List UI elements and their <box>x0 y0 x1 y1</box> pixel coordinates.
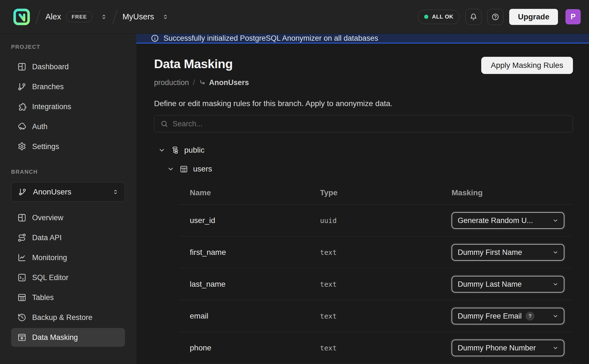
sidebar-item-dashboard[interactable]: Dashboard <box>11 57 125 76</box>
main-content: Successfully initialized PostgreSQL Anon… <box>136 34 589 364</box>
tree-node-table[interactable]: users <box>167 165 573 173</box>
column-name: last_name <box>179 280 320 289</box>
masking-select[interactable]: Generate Random U... <box>452 212 564 229</box>
chevron-down-icon <box>552 313 559 319</box>
sidebar-item-data-masking[interactable]: Data Masking <box>11 328 125 347</box>
chevron-down-icon <box>167 165 175 173</box>
sidebar-item-monitoring[interactable]: Monitoring <box>11 248 125 267</box>
org-name: Alex <box>45 12 61 21</box>
breadcrumb-parent[interactable]: production <box>154 78 189 87</box>
column-type: text <box>320 344 452 352</box>
chevron-down-icon <box>552 281 559 288</box>
chevron-down-icon <box>158 146 166 154</box>
puzzle-icon <box>17 102 27 111</box>
sidebar-item-tables[interactable]: Tables <box>11 288 125 307</box>
header-name: Name <box>179 188 320 197</box>
cloud-key-icon <box>17 122 27 131</box>
column-type: uuid <box>320 217 452 225</box>
masking-select-value: Dummy Last Name <box>458 280 522 289</box>
sidebar-item-data-api[interactable]: Data API <box>11 228 125 247</box>
chevron-updown-icon <box>162 13 169 20</box>
branch-selector-value: AnonUsers <box>33 188 71 196</box>
search-box <box>154 115 573 132</box>
masking-select-value: Dummy Phone Number <box>458 344 536 352</box>
sidebar-item-branches[interactable]: Branches <box>11 77 125 96</box>
breadcrumb-branch[interactable]: AnonUsers <box>199 78 249 87</box>
user-avatar[interactable]: P <box>565 9 581 24</box>
chevron-updown-icon <box>112 188 119 196</box>
help-icon[interactable]: ? <box>526 312 534 321</box>
topbar: Alex FREE MyUsers ALL OK Upgrade P <box>0 0 589 34</box>
project-nav: Dashboard Branches Integrations Auth Set… <box>11 57 125 156</box>
column-name: first_name <box>179 248 320 257</box>
status-label: ALL OK <box>432 14 453 20</box>
column-name: email <box>179 312 320 321</box>
sidebar-item-sql-editor[interactable]: SQL Editor <box>11 268 125 287</box>
sidebar-item-auth[interactable]: Auth <box>11 117 125 136</box>
chart-line-icon <box>17 253 27 262</box>
sidebar-item-integrations[interactable]: Integrations <box>11 97 125 116</box>
info-icon <box>151 34 159 42</box>
status-ok-dot <box>424 15 428 19</box>
notifications-button[interactable] <box>465 9 482 25</box>
columns-table: Name Type Masking user_id uuid Generate … <box>179 181 572 364</box>
mask-window-icon <box>17 333 27 342</box>
tree-node-schema[interactable]: public <box>158 146 573 155</box>
masking-select[interactable]: Dummy First Name <box>452 244 564 261</box>
column-type: text <box>320 312 452 320</box>
masking-select-value: Dummy Free Email <box>458 312 522 321</box>
breadcrumb-slash <box>35 9 40 24</box>
table-row: first_name text Dummy First Name <box>179 237 572 268</box>
masking-select[interactable]: Dummy Phone Number <box>452 340 564 356</box>
column-type: text <box>320 280 452 288</box>
search-icon <box>160 120 168 128</box>
sidebar-item-settings[interactable]: Settings <box>11 137 125 156</box>
sidebar-item-overview[interactable]: Overview <box>11 208 125 227</box>
table-row: user_id uuid Generate Random U... <box>179 205 572 237</box>
table-rows: user_id uuid Generate Random U... first_… <box>179 205 572 364</box>
success-banner: Successfully initialized PostgreSQL Anon… <box>136 34 589 43</box>
column-name: user_id <box>179 216 320 225</box>
chevron-updown-icon <box>100 13 107 20</box>
plan-badge: FREE <box>66 11 92 22</box>
table-icon <box>17 293 27 302</box>
upgrade-button[interactable]: Upgrade <box>509 9 558 25</box>
bell-icon <box>470 13 477 21</box>
overview-icon <box>17 213 27 222</box>
page-description: Define or edit masking rules for this br… <box>154 99 573 108</box>
banner-message: Successfully initialized PostgreSQL Anon… <box>163 34 378 43</box>
breadcrumb-separator: / <box>193 78 195 87</box>
table-row: email text Dummy Free Email ? <box>179 300 572 332</box>
project-switcher[interactable]: MyUsers <box>122 12 169 21</box>
masking-select-value: Generate Random U... <box>458 216 533 225</box>
table-row: phone text Dummy Phone Number <box>179 332 572 364</box>
column-name: phone <box>179 344 320 352</box>
search-input[interactable] <box>173 120 567 128</box>
branch-icon <box>17 82 27 91</box>
help-button[interactable] <box>487 9 503 25</box>
chevron-down-icon <box>552 249 559 256</box>
table-header-row: Name Type Masking <box>179 181 572 205</box>
header-masking: Masking <box>452 188 572 197</box>
section-label-branch: BRANCH <box>11 169 125 175</box>
masking-select[interactable]: Dummy Last Name <box>452 276 564 293</box>
apply-masking-rules-button[interactable]: Apply Masking Rules <box>481 57 573 74</box>
masking-select[interactable]: Dummy Free Email ? <box>452 308 564 324</box>
column-type: text <box>320 248 452 257</box>
org-switcher[interactable]: Alex FREE <box>45 11 107 22</box>
chevron-down-icon <box>552 217 559 224</box>
sidebar: PROJECT Dashboard Branches Integrations … <box>0 34 136 364</box>
masking-select-value: Dummy First Name <box>458 248 522 257</box>
neon-logo-icon[interactable] <box>13 8 30 26</box>
section-label-project: PROJECT <box>11 44 125 50</box>
sidebar-item-backup-restore[interactable]: Backup & Restore <box>11 308 125 327</box>
route-icon <box>17 233 27 242</box>
project-name: MyUsers <box>122 12 154 21</box>
table-name: users <box>193 165 212 173</box>
gear-icon <box>17 142 27 151</box>
status-badge[interactable]: ALL OK <box>418 10 460 24</box>
branch-selector[interactable]: AnonUsers <box>11 182 125 202</box>
breadcrumb: production / AnonUsers <box>154 78 573 87</box>
help-icon <box>491 13 499 21</box>
schema-name: public <box>184 146 204 155</box>
